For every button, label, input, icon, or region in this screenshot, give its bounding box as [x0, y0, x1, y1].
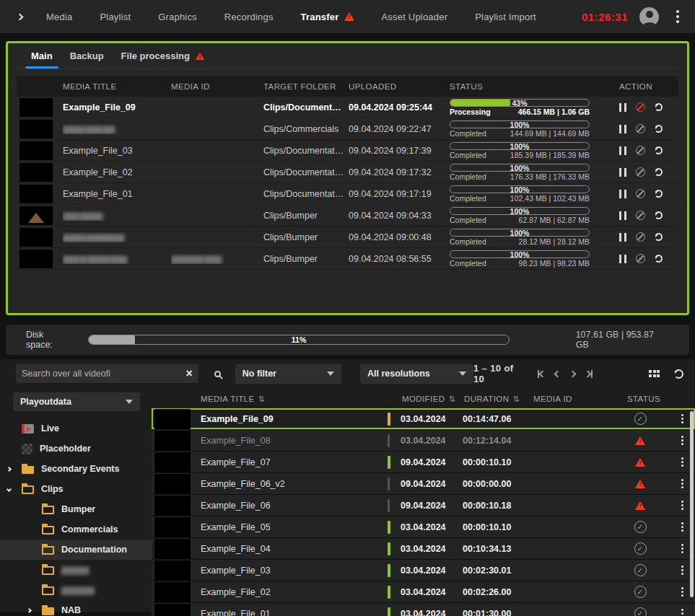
cancel-button[interactable]: [636, 254, 645, 263]
pause-button[interactable]: [619, 125, 626, 133]
row-menu-icon[interactable]: [681, 439, 683, 441]
pause-button[interactable]: [619, 211, 626, 220]
pause-button[interactable]: [619, 146, 626, 155]
tab[interactable]: Main: [22, 43, 61, 69]
retry-button[interactable]: [655, 233, 663, 241]
library-row[interactable]: Example_File_02 03.04.2024 00:02:26.00 ✓: [152, 581, 695, 603]
transfer-row[interactable]: ▇▇▇▇ ▇▇▇ ▇▇ Clips/Commercials 09.04.2024…: [17, 118, 678, 140]
retry-button[interactable]: [655, 211, 663, 219]
transfer-row[interactable]: ▇▇▇ ▇ ▇▇▇▇ ▇▇▇ ▇▇▇▇▇▇ ▇▇▇ Clips/Bumper 0…: [17, 248, 678, 270]
library-row[interactable]: Example_File_06 09.04.2024 00:00:10.18 ✓: [152, 495, 695, 516]
tree-item-label: Placeholder: [40, 444, 91, 454]
tree-item[interactable]: Placeholder: [0, 439, 152, 459]
search-icon[interactable]: [214, 371, 221, 377]
nav-item[interactable]: Media: [32, 0, 86, 33]
first-page-button[interactable]: [538, 370, 545, 378]
tree-item[interactable]: Secondary Events: [0, 459, 152, 479]
search-input[interactable]: [22, 369, 185, 379]
expand-sidebar-icon[interactable]: [17, 13, 24, 20]
row-menu-icon[interactable]: [681, 504, 683, 506]
header-media-title[interactable]: MEDIA TITLE⇅: [193, 395, 388, 404]
tree-item[interactable]: Bumper: [0, 499, 152, 519]
tab[interactable]: Backup: [61, 43, 113, 69]
clear-search-icon[interactable]: ×: [185, 368, 192, 379]
pause-button[interactable]: [619, 168, 626, 177]
last-page-button[interactable]: [585, 370, 593, 378]
nav-item[interactable]: Asset Uploader: [368, 0, 462, 33]
row-menu-icon[interactable]: [681, 483, 683, 485]
storage-select[interactable]: Playoutdata: [13, 392, 140, 411]
row-menu-icon[interactable]: [681, 612, 683, 615]
user-avatar-icon[interactable]: [639, 7, 659, 27]
overflow-menu-icon[interactable]: [676, 15, 679, 18]
retry-button[interactable]: [655, 190, 663, 198]
tree-item[interactable]: ▇▇▇▇▇▇: [0, 580, 152, 600]
nav-item[interactable]: Recordings: [211, 0, 287, 33]
library-row[interactable]: Example_File_03 03.04.2024 00:02:30.01 ✓: [152, 560, 695, 581]
pause-button[interactable]: [619, 255, 626, 263]
retry-button[interactable]: [655, 103, 663, 111]
row-menu-icon[interactable]: [681, 526, 683, 528]
transfer-row[interactable]: Example_File_03 Clips/Documentation 09.0…: [17, 140, 678, 162]
transfer-row[interactable]: ▇▇▇ ▇▇▇▇ Clips/Bumper 09.04.2024 09:04:3…: [17, 205, 678, 226]
folder-icon: [42, 546, 54, 555]
pause-button[interactable]: [619, 233, 626, 242]
pause-button[interactable]: [619, 190, 626, 198]
row-menu-icon[interactable]: [681, 418, 683, 420]
library-row[interactable]: Example_File_06_v2 09.04.2024 00:00:00.0…: [152, 473, 695, 495]
tree-item[interactable]: Documentation: [0, 540, 152, 560]
retry-button[interactable]: [655, 168, 663, 176]
cancel-button[interactable]: [636, 102, 645, 112]
tab[interactable]: File processing: [113, 43, 213, 69]
library-row[interactable]: Example_File_01 03.04.2024 00:01:30.00 ✓: [152, 603, 695, 616]
sort-icon[interactable]: ⇅: [448, 395, 455, 404]
transfer-row[interactable]: Example_File_09 Clips/Documentation 09.0…: [17, 97, 678, 118]
header-modified[interactable]: MODIFIED⇅: [395, 395, 457, 404]
nav-item[interactable]: Playlist Import: [461, 0, 550, 33]
retry-button[interactable]: [655, 146, 663, 154]
filter-select[interactable]: No filter: [235, 364, 341, 384]
library-row[interactable]: Example_File_09 03.04.2024 00:14:47.06 ✓: [152, 408, 695, 430]
retry-button[interactable]: [655, 255, 663, 263]
cancel-button[interactable]: [636, 146, 645, 155]
pause-button[interactable]: [619, 103, 626, 112]
cancel-button[interactable]: [636, 167, 645, 177]
tree-chevron-icon[interactable]: [6, 486, 12, 491]
library-row[interactable]: Example_File_04 03.04.2024 00:10:34.13 ✓: [152, 538, 695, 560]
refresh-icon[interactable]: [674, 369, 683, 379]
transfer-row[interactable]: Example_File_01 Clips/Documentation 09.0…: [17, 183, 678, 205]
row-menu-icon[interactable]: [681, 461, 683, 463]
nav-item[interactable]: Transfer: [287, 0, 368, 33]
retry-button[interactable]: [655, 125, 663, 133]
row-menu-icon[interactable]: [681, 547, 683, 550]
header-duration[interactable]: DURATION⇅: [457, 395, 526, 404]
tree-item[interactable]: Live: [0, 418, 152, 439]
row-menu-icon[interactable]: [681, 591, 683, 593]
resolution-select[interactable]: All resolutions: [360, 364, 473, 384]
sort-icon[interactable]: ⇅: [512, 395, 520, 404]
cancel-button[interactable]: [636, 124, 645, 133]
tree-chevron-icon[interactable]: [6, 466, 12, 471]
tree-item[interactable]: ▇▇▇▇▇: [0, 560, 152, 580]
grid-view-icon[interactable]: [649, 370, 660, 377]
vertical-scrollbar[interactable]: [690, 411, 694, 597]
cancel-button[interactable]: [636, 211, 645, 220]
next-page-button[interactable]: [570, 371, 575, 377]
tree-item[interactable]: NAB: [0, 600, 152, 616]
cancel-button[interactable]: [636, 189, 645, 198]
nav-item[interactable]: Graphics: [144, 0, 211, 33]
library-row[interactable]: Example_File_07 09.04.2024 00:00:10.10 ✓: [152, 452, 695, 473]
library-row[interactable]: Example_File_08 03.04.2024 00:12:14.04 ✓: [152, 430, 695, 452]
transfer-row[interactable]: ▇▇▇▇ ▇▇▇▇▇▇▇ Clips/Bumper 09.04.2024 09:…: [17, 226, 678, 248]
disk-space-label: Disk space:: [26, 330, 72, 350]
row-menu-icon[interactable]: [681, 569, 683, 571]
tree-item[interactable]: Commercials: [0, 519, 152, 540]
transfer-row[interactable]: Example_File_02 Clips/Documentation 09.0…: [17, 162, 678, 183]
nav-item[interactable]: Playlist: [86, 0, 144, 33]
tree-item[interactable]: Clips: [0, 479, 152, 499]
cancel-button[interactable]: [636, 232, 645, 242]
library-row[interactable]: Example_File_05 03.04.2024 00:00:10.10 ✓: [152, 516, 695, 538]
tree-chevron-icon[interactable]: [27, 607, 32, 612]
previous-page-button[interactable]: [555, 371, 560, 377]
sort-icon[interactable]: ⇅: [258, 395, 265, 404]
